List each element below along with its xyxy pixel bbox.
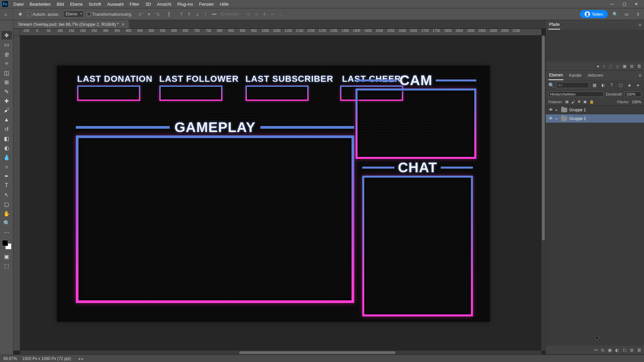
tab-layers[interactable]: Ebenen xyxy=(548,71,564,80)
eyedropper-tool[interactable]: ✎ xyxy=(1,87,12,96)
new-layer-icon[interactable]: ⊞ xyxy=(630,348,634,353)
menu-filter[interactable]: Filter xyxy=(127,1,142,8)
orbit-3d-icon[interactable]: ⟲ xyxy=(245,11,252,17)
shape-tool[interactable]: ▢ xyxy=(1,200,12,208)
align-right-icon[interactable]: ⫎ xyxy=(154,11,160,17)
scrollbar-vertical[interactable] xyxy=(541,36,545,351)
delete-layer-icon[interactable]: 🗑 xyxy=(637,348,641,353)
layer-fx-icon[interactable]: fx xyxy=(601,348,604,353)
new-path-icon[interactable]: ⊞ xyxy=(630,64,634,69)
add-mask-icon[interactable]: ▣ xyxy=(608,348,612,353)
magic-wand-tool[interactable]: ✧ xyxy=(1,59,12,68)
healing-brush-tool[interactable]: ✚ xyxy=(1,97,12,105)
workspace-icon[interactable]: ▭ xyxy=(623,10,631,18)
selection-from-path-icon[interactable]: ◌ xyxy=(609,64,612,69)
edit-toolbar[interactable]: ⋯ xyxy=(1,228,12,237)
menu-select[interactable]: Auswahl xyxy=(104,1,126,8)
distribute-icon[interactable]: ┇ xyxy=(166,11,172,17)
quick-mask-tool[interactable]: ▣ xyxy=(1,252,12,261)
more-options-icon[interactable]: ••• xyxy=(212,12,217,17)
eraser-tool[interactable]: ◧ xyxy=(1,134,12,143)
home-icon[interactable]: ⌂ xyxy=(2,10,9,18)
window-maximize[interactable]: ▢ xyxy=(619,1,630,7)
status-next-icon[interactable]: ▸ xyxy=(82,356,84,361)
clone-stamp-tool[interactable]: ▲ xyxy=(1,115,12,124)
filter-toggle-icon[interactable]: ● xyxy=(635,82,641,88)
layer-visibility-icon[interactable]: 👁 xyxy=(548,116,554,121)
tab-paths[interactable]: Pfade xyxy=(548,20,560,29)
marquee-tool[interactable]: ▭ xyxy=(1,40,12,49)
window-close[interactable]: ✕ xyxy=(631,1,642,7)
expand-arrow-icon[interactable]: ▸ xyxy=(556,117,559,120)
filter-type-icon[interactable]: T xyxy=(608,82,615,88)
ruler-horizontal[interactable]: -100050100150200250300350400450500550600… xyxy=(20,29,541,36)
pan-3d-icon[interactable]: ✥ xyxy=(261,11,268,17)
window-minimize[interactable]: — xyxy=(606,1,618,7)
filter-adjust-icon[interactable]: ◐ xyxy=(600,82,606,88)
move-tool-icon[interactable]: ✥ xyxy=(16,10,24,18)
scrollbar-horizontal[interactable] xyxy=(20,351,541,355)
menu-window[interactable]: Fenster xyxy=(197,1,217,8)
share-button[interactable]: 👤 Teilen xyxy=(580,10,608,18)
ruler-vertical[interactable] xyxy=(13,36,20,351)
align-left-icon[interactable]: ⫍ xyxy=(138,11,144,17)
layer-row[interactable]: 👁▸Gruppe 1 xyxy=(546,106,644,114)
layer-list[interactable]: 👁▸Gruppe 1👁▸Gruppe 2 xyxy=(546,106,644,346)
panel-menu-icon[interactable]: ≡ xyxy=(639,22,641,27)
menu-help[interactable]: Hilfe xyxy=(217,1,231,8)
lasso-tool[interactable]: ള xyxy=(1,50,12,58)
scrollbar-thumb[interactable] xyxy=(239,351,395,354)
path-select-tool[interactable]: ↖ xyxy=(1,190,12,199)
document-tab[interactable]: Stream Overlay.psd: bei 66,7% (Gruppe 2,… xyxy=(13,20,129,28)
link-layers-icon[interactable]: ⚯ xyxy=(594,348,598,353)
stroke-path-icon[interactable]: ○ xyxy=(603,64,605,69)
layer-visibility-icon[interactable]: 👁 xyxy=(548,107,554,112)
move-tool[interactable]: ✥ xyxy=(1,31,12,40)
pen-tool[interactable]: ✒ xyxy=(1,172,12,180)
tab-channels[interactable]: Kanäle xyxy=(568,71,582,80)
lock-pixels-icon[interactable]: ▦ xyxy=(565,100,569,104)
adjustment-layer-icon[interactable]: ◐ xyxy=(615,348,619,353)
add-mask-icon[interactable]: ▣ xyxy=(623,64,627,69)
menu-edit[interactable]: Bearbeiten xyxy=(27,1,53,8)
scrollbar-thumb[interactable] xyxy=(542,36,545,240)
delete-path-icon[interactable]: 🗑 xyxy=(637,64,641,69)
align-center-v-icon[interactable]: ⫴ xyxy=(186,11,193,17)
close-tab-icon[interactable]: ✕ xyxy=(121,22,125,27)
screen-mode-tool[interactable]: ⬚ xyxy=(1,261,12,270)
path-from-selection-icon[interactable]: ◇ xyxy=(616,64,619,69)
align-top-icon[interactable]: ⊤ xyxy=(178,11,184,17)
auto-select-dropdown[interactable]: Ebene xyxy=(63,11,84,17)
artboard-canvas[interactable]: LAST DONATION LAST FOLLOWER LAST SUBSCRI… xyxy=(57,66,490,322)
document-info[interactable]: 1920 Px x 1080 Px (72 ppi) xyxy=(22,356,71,361)
menu-3d[interactable]: 3D xyxy=(143,1,154,8)
align-center-h-icon[interactable]: ≡ xyxy=(146,11,152,17)
zoom-level[interactable]: 66,67% xyxy=(3,356,17,361)
dodge-tool[interactable]: ☼ xyxy=(1,162,12,171)
gradient-tool[interactable]: ◐ xyxy=(1,143,12,152)
paths-list[interactable] xyxy=(546,29,644,62)
color-swatches[interactable] xyxy=(2,240,11,249)
roll-3d-icon[interactable]: ◎ xyxy=(253,11,260,17)
align-more-icon[interactable]: ⋮ xyxy=(202,11,209,17)
transform-controls-checkbox[interactable]: Transformationsstrg. xyxy=(87,12,132,17)
export-icon[interactable]: ⇪ xyxy=(634,10,642,18)
lock-all-icon[interactable]: 🔒 xyxy=(589,100,594,104)
fill-path-icon[interactable]: ● xyxy=(597,64,599,69)
new-group-icon[interactable]: 🗀 xyxy=(622,348,627,353)
menu-file[interactable]: Datei xyxy=(11,1,26,8)
ruler-origin[interactable] xyxy=(13,29,20,36)
frame-tool[interactable]: ⊞ xyxy=(1,78,12,86)
status-prev-icon[interactable]: ◂ xyxy=(78,356,80,361)
filter-shape-icon[interactable]: ▢ xyxy=(617,82,624,88)
lock-paint-icon[interactable]: 🖌 xyxy=(571,100,575,104)
menu-view[interactable]: Ansicht xyxy=(154,1,174,8)
menu-image[interactable]: Bild xyxy=(54,1,67,8)
history-brush-tool[interactable]: ↺ xyxy=(1,125,12,133)
auto-select-checkbox[interactable]: Autom. ausw.: xyxy=(27,12,60,17)
blend-mode-dropdown[interactable]: Hindurchwirken xyxy=(548,92,604,97)
type-tool[interactable]: T xyxy=(1,181,12,190)
panel-menu-icon[interactable]: ≡ xyxy=(639,73,641,78)
fill-input[interactable]: 100% xyxy=(632,100,641,104)
brush-tool[interactable]: 🖌 xyxy=(1,106,12,115)
